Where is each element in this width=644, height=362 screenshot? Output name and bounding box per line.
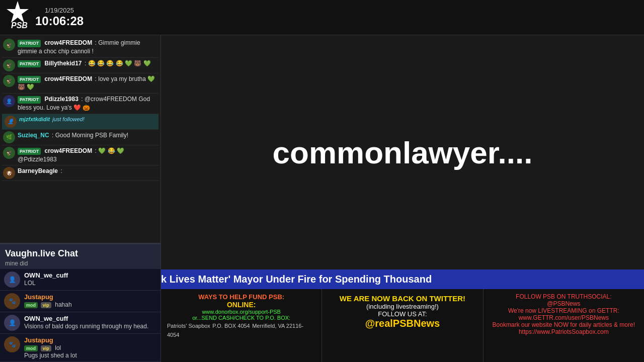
msg-content-3: PATRIOT crow4FREEDOM : love ya my brutha… <box>18 75 157 92</box>
po-box: P.O. BOX 4054 <box>212 323 250 329</box>
avatar-6: 🌿 <box>3 131 15 143</box>
msg-content-7: PATRIOT crow4FREEDOM : 💚 😂 💚 @Pdizzle198… <box>18 147 157 164</box>
username-8: BarneyBeagle <box>18 167 58 174</box>
right-website: https://www.PatriotsSoapbox.com <box>490 328 638 335</box>
vaughn-username-2: Justapug <box>24 293 72 301</box>
username-1: crow4FREEDOM <box>45 39 93 46</box>
bottom-bar: WAYS TO HELP FUND PSB: ONLINE: www.donor… <box>161 289 644 362</box>
badge-patriot-1: PATRIOT <box>18 40 41 47</box>
twitter-line2: (including livestreaming!) <box>328 303 476 310</box>
chat-row-4: 👤 PATRIOT Pdizzle1983 : @crow4FREEDOM Go… <box>2 94 158 114</box>
vaughn-avatar-2: 🐾 <box>4 293 20 309</box>
msg-text-8: : <box>60 167 62 174</box>
vaughn-username-1: OWN_we_cuff <box>24 272 68 279</box>
logo-area: PSB <box>5 0 30 35</box>
msg-text-6: : Good Morning PSB Family! <box>52 132 128 139</box>
right-gettr: www.GETTR.com/user/PSBNews <box>490 314 638 321</box>
avatar-5: 👤 <box>5 116 17 128</box>
video-player: commonlawyer.... <box>161 35 644 269</box>
badge-patriot-7: PATRIOT <box>18 148 41 155</box>
video-area: commonlawyer.... k Lives Matter' Mayor U… <box>161 35 644 362</box>
svg-marker-0 <box>7 1 29 23</box>
twitter-back-line1: WE ARE NOW BACK ON TWITTER! <box>328 294 476 303</box>
chat-row-3: 🦅 PATRIOT crow4FREEDOM : love ya my brut… <box>2 73 158 94</box>
msg-content-8: BarneyBeagle : <box>18 167 157 175</box>
right-line1: FOLLOW PSB ON TRUTHSOCIAL: <box>490 293 638 300</box>
vaughn-text-3: Visions of bald dogs running through my … <box>24 323 148 330</box>
vaughn-avatar-3: 👤 <box>4 315 20 331</box>
avatar-8: 🐶 <box>3 167 15 179</box>
vaughn-title: Vaughn.live Chat <box>5 248 78 258</box>
avatar-1: 🦅 <box>3 39 15 51</box>
ticker-bar: k Lives Matter' Mayor Under Fire for Spe… <box>161 269 644 289</box>
chat-row-1: 🦅 PATRIOT crow4FREEDOM : Gimmie gimmie g… <box>2 37 158 58</box>
main-content: 🦅 PATRIOT crow4FREEDOM : Gimmie gimmie g… <box>0 35 644 362</box>
vaughn-text-2: hahah <box>55 301 71 308</box>
chat-row-5-follow: 👤 mjzfxtkdidit just followed! <box>2 114 158 130</box>
msg-content-5: mjzfxtkdidit just followed! <box>19 116 156 123</box>
info-title-left: WAYS TO HELP FUND PSB: <box>167 293 315 301</box>
badge-patriot-2: PATRIOT <box>18 60 41 68</box>
vaughn-panel: Vaughn.live Chat mine did 👤 OWN_we_cuff … <box>0 243 160 362</box>
username-2: Billythekid17 <box>45 60 82 67</box>
vaughn-msg-content-1: OWN_we_cuff LOL <box>24 272 68 287</box>
vaughn-username-4: Justapug <box>24 336 77 344</box>
vaughn-msg-content-3: OWN_we_cuff Visions of bald dogs running… <box>24 315 148 330</box>
ticker-text: k Lives Matter' Mayor Under Fire for Spe… <box>161 274 432 285</box>
badge-patriot-3: PATRIOT <box>18 76 41 83</box>
twitter-handle: @realPSBNews <box>328 318 476 329</box>
chat-row-8: 🐶 BarneyBeagle : <box>2 165 158 181</box>
vaughn-msg-4: 🐾 Justapug mod vip lolPugs just shed a l… <box>0 334 160 362</box>
msg-content-6: Suzieq_NC : Good Morning PSB Family! <box>18 131 157 140</box>
avatar-3: 🦅 <box>3 75 15 87</box>
msg-content-4: PATRIOT Pdizzle1983 : @crow4FREEDOM God … <box>18 95 157 112</box>
vaughn-avatar-1: 👤 <box>4 272 20 288</box>
msg-text-5: just followed! <box>52 116 85 122</box>
vip-badge-4: vip <box>41 345 51 351</box>
vaughn-msg-content-4: Justapug mod vip lolPugs just shed a lot <box>24 336 77 359</box>
chat-row-7: 🦅 PATRIOT crow4FREEDOM : 💚 😂 💚 @Pdizzle1… <box>2 145 158 166</box>
avatar-2: 🦅 <box>3 59 15 71</box>
info-section-center: WE ARE NOW BACK ON TWITTER! (including l… <box>322 289 483 362</box>
username-4: Pdizzle1983 <box>45 96 78 103</box>
online-label: ONLINE: <box>167 301 315 309</box>
chat-row-6: 🌿 Suzieq_NC : Good Morning PSB Family! <box>2 130 158 145</box>
right-line2: We're now LIVESTREAMING on GETTR: <box>490 307 638 314</box>
right-line3: Bookmark our website NOW for daily artic… <box>490 321 638 328</box>
vip-badge-2: vip <box>41 302 51 308</box>
avatar-4: 👤 <box>3 95 15 107</box>
avatar-7: 🦅 <box>3 147 15 159</box>
vaughn-msg-content-2: Justapug mod vip hahah <box>24 293 72 308</box>
chat-messages-top[interactable]: 🦅 PATRIOT crow4FREEDOM : Gimmie gimmie g… <box>0 35 160 243</box>
star-logo: PSB <box>5 0 30 35</box>
datetime: 1/19/2025 10:06:28 <box>35 7 84 28</box>
username-3: crow4FREEDOM <box>45 75 93 82</box>
svg-text:PSB: PSB <box>11 21 28 30</box>
vaughn-msg-3: 👤 OWN_we_cuff Visions of bald dogs runni… <box>0 312 160 334</box>
username-7: crow4FREEDOM <box>45 147 93 154</box>
sidebar-chat: 🦅 PATRIOT crow4FREEDOM : Gimmie gimmie g… <box>0 35 161 362</box>
vaughn-username-3: OWN_we_cuff <box>24 315 148 322</box>
username-6: Suzieq_NC <box>18 132 49 139</box>
chat-row-2: 🦅 PATRIOT Billythekid17 : 😂 😂 😂 😂 💚 🐻 💚 <box>2 58 158 73</box>
username-5: mjzfxtkdidit <box>19 116 50 122</box>
right-handle: @PSBNews <box>490 300 638 307</box>
mod-badge-2: mod <box>24 302 38 308</box>
org-name: Patriots' Soapbox <box>167 323 210 329</box>
vaughn-header: Vaughn.live Chat mine did <box>0 244 160 269</box>
msg-text-2: : 😂 😂 😂 😂 💚 🐻 💚 <box>85 60 151 67</box>
right-label2: We're now LIVESTREAMING on GETTR: <box>508 307 619 314</box>
mail-label: or...SEND CASH/CHECK TO P.O. BOX: <box>167 315 315 321</box>
time-display: 10:06:28 <box>35 14 84 28</box>
info-section-left: WAYS TO HELP FUND PSB: ONLINE: www.donor… <box>161 289 322 362</box>
vaughn-subtext: mine did <box>5 259 155 267</box>
top-bar: PSB 1/19/2025 10:06:28 <box>0 0 644 35</box>
info-section-right: FOLLOW PSB ON TRUTHSOCIAL: @PSBNews We'r… <box>484 289 644 362</box>
vaughn-msg-1: 👤 OWN_we_cuff LOL <box>0 269 160 291</box>
stream-display-text: commonlawyer.... <box>273 135 533 170</box>
donate-url: www.donorbox.org/support-PSB <box>167 309 315 315</box>
msg-content-2: PATRIOT Billythekid17 : 😂 😂 😂 😂 💚 🐻 💚 <box>18 59 157 68</box>
vaughn-msg-2: 🐾 Justapug mod vip hahah <box>0 291 160 312</box>
badge-patriot-4: PATRIOT <box>18 96 41 104</box>
twitter-line3: FOLLOW US AT: <box>328 310 476 318</box>
